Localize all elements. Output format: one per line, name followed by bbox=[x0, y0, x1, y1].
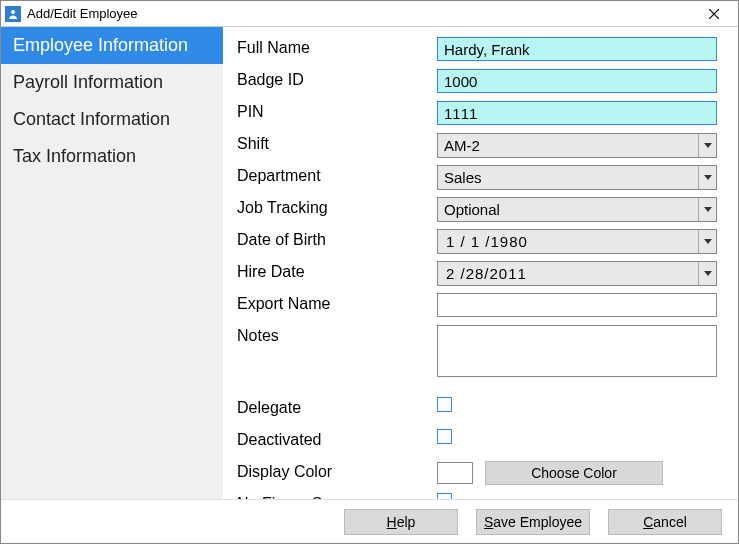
dob-picker[interactable]: 1 / 1 /1980 bbox=[437, 229, 717, 254]
help-button-label: Help bbox=[387, 514, 416, 530]
sidebar-item-employee-information[interactable]: Employee Information bbox=[1, 27, 223, 64]
display-color-swatch bbox=[437, 462, 473, 484]
add-edit-employee-window: Add/Edit Employee Employee Information P… bbox=[0, 0, 739, 544]
window-title: Add/Edit Employee bbox=[27, 6, 138, 21]
full-name-label: Full Name bbox=[237, 37, 437, 57]
save-employee-button[interactable]: Save Employee bbox=[476, 509, 590, 535]
sidebar-item-tax-information[interactable]: Tax Information bbox=[1, 138, 223, 175]
sidebar-item-label: Contact Information bbox=[13, 109, 170, 129]
notes-textarea[interactable] bbox=[437, 325, 717, 377]
choose-color-button-label: Choose Color bbox=[531, 465, 617, 481]
cancel-button-label: Cancel bbox=[643, 514, 687, 530]
pin-input[interactable] bbox=[437, 101, 717, 125]
save-employee-button-label: Save Employee bbox=[484, 514, 582, 530]
job-tracking-label: Job Tracking bbox=[237, 197, 437, 217]
titlebar: Add/Edit Employee bbox=[1, 1, 738, 27]
notes-label: Notes bbox=[237, 325, 437, 345]
export-name-input[interactable] bbox=[437, 293, 717, 317]
delegate-checkbox[interactable] bbox=[437, 397, 452, 412]
hire-date-picker[interactable]: 2 /28/2011 bbox=[437, 261, 717, 286]
shift-value: AM-2 bbox=[438, 137, 698, 154]
deactivated-checkbox[interactable] bbox=[437, 429, 452, 444]
employee-form: Full Name Badge ID PIN Shift AM-2 bbox=[223, 27, 738, 499]
export-name-label: Export Name bbox=[237, 293, 437, 313]
chevron-down-icon bbox=[698, 230, 716, 253]
dob-value: 1 / 1 /1980 bbox=[438, 233, 698, 250]
close-button[interactable] bbox=[694, 2, 734, 26]
dob-label: Date of Birth bbox=[237, 229, 437, 249]
badge-id-label: Badge ID bbox=[237, 69, 437, 89]
pin-label: PIN bbox=[237, 101, 437, 121]
hire-date-value: 2 /28/2011 bbox=[438, 265, 698, 282]
delegate-label: Delegate bbox=[237, 397, 437, 417]
job-tracking-select[interactable]: Optional bbox=[437, 197, 717, 222]
sidebar-item-payroll-information[interactable]: Payroll Information bbox=[1, 64, 223, 101]
help-button[interactable]: Help bbox=[344, 509, 458, 535]
sidebar-item-contact-information[interactable]: Contact Information bbox=[1, 101, 223, 138]
deactivated-label: Deactivated bbox=[237, 429, 437, 449]
chevron-down-icon bbox=[698, 166, 716, 189]
close-icon bbox=[709, 9, 719, 19]
department-select[interactable]: Sales bbox=[437, 165, 717, 190]
choose-color-button[interactable]: Choose Color bbox=[485, 461, 663, 485]
badge-id-input[interactable] bbox=[437, 69, 717, 93]
department-label: Department bbox=[237, 165, 437, 185]
chevron-down-icon bbox=[698, 134, 716, 157]
cancel-button[interactable]: Cancel bbox=[608, 509, 722, 535]
sidebar-item-label: Tax Information bbox=[13, 146, 136, 166]
svg-point-0 bbox=[11, 10, 15, 14]
department-value: Sales bbox=[438, 169, 698, 186]
dialog-footer: Help Save Employee Cancel bbox=[1, 499, 738, 543]
shift-label: Shift bbox=[237, 133, 437, 153]
hire-date-label: Hire Date bbox=[237, 261, 437, 281]
display-color-label: Display Color bbox=[237, 461, 437, 481]
person-icon bbox=[5, 6, 21, 22]
sidebar: Employee Information Payroll Information… bbox=[1, 27, 223, 499]
full-name-input[interactable] bbox=[437, 37, 717, 61]
sidebar-item-label: Payroll Information bbox=[13, 72, 163, 92]
shift-select[interactable]: AM-2 bbox=[437, 133, 717, 158]
job-tracking-value: Optional bbox=[438, 201, 698, 218]
sidebar-item-label: Employee Information bbox=[13, 35, 188, 55]
chevron-down-icon bbox=[698, 262, 716, 285]
chevron-down-icon bbox=[698, 198, 716, 221]
